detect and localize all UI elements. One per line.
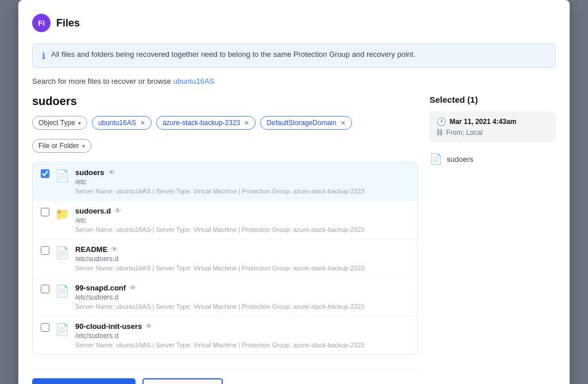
- file-name-row: README 👁: [75, 245, 409, 254]
- selected-file-icon: 📄: [430, 153, 442, 165]
- file-name: 99-snapd.conf: [75, 284, 126, 292]
- from-row: ⛓ From: Local: [436, 129, 549, 137]
- file-details-readme: README 👁 /etc/sudoers.d Server Name: ubu…: [75, 245, 409, 271]
- info-banner: ℹ All files and folders being recovered …: [32, 44, 556, 68]
- filter-object-type-label: Object Type: [38, 119, 75, 127]
- file-icon: 📄: [55, 246, 69, 259]
- selected-file-name: sudoers: [447, 155, 473, 164]
- filter-default-storage-domain[interactable]: DefaultStorageDomain ✕: [260, 116, 351, 130]
- file-icon: 📄: [55, 323, 69, 336]
- filter-storage-domain-label: DefaultStorageDomain: [266, 119, 336, 127]
- filter-storage-domain-close-icon[interactable]: ✕: [341, 119, 346, 127]
- dropdown-arrow-2-icon: ▾: [82, 143, 85, 149]
- file-meta: Server Name: ubuntu16AS | Server Type: V…: [75, 188, 409, 195]
- clock-icon: 🕐: [436, 117, 446, 126]
- file-meta: Server Name: ubuntu16AS | Server Type: V…: [75, 342, 409, 348]
- link-icon: ⛓: [436, 129, 443, 137]
- file-name-row: 90-cloud-init-users 👁: [75, 322, 409, 331]
- filter-ubuntu16as-label: ubuntu16AS: [98, 119, 136, 127]
- file-meta: Server Name: ubuntu16AS | Server Type: V…: [75, 265, 409, 271]
- filter-file-or-folder[interactable]: File or Folder ▾: [32, 139, 91, 153]
- file-path: /etc/sudoers.d: [75, 332, 409, 340]
- file-list: 📄 sudoers 👁 /etc Server Name: ubuntu16AS…: [32, 162, 418, 355]
- search-line: Search for more files to recover or brow…: [32, 77, 556, 86]
- folder-icon: 📁: [55, 207, 69, 221]
- file-details-sudoers-d: sudoers.d 👁 /etc Server Name: ubuntu16AS…: [75, 207, 409, 233]
- file-details-90-cloud: 90-cloud-init-users 👁 /etc/sudoers.d Ser…: [75, 322, 409, 348]
- file-name-row: sudoers 👁: [75, 168, 409, 177]
- footer-buttons: Next: Recover Options Download Files: [32, 369, 418, 384]
- file-icon: 📄: [55, 284, 69, 298]
- selected-header: Selected (1): [430, 95, 556, 104]
- file-path: /etc/sudoers.d: [75, 293, 409, 301]
- eye-icon[interactable]: 👁: [129, 284, 137, 292]
- filter-azure-stack-backup[interactable]: azure-stack-backup-2323 ✕: [156, 116, 256, 130]
- file-name: sudoers: [75, 168, 105, 177]
- filters-bar: Object Type ▾ ubuntu16AS ✕ azure-stack-b…: [32, 116, 418, 130]
- filter-object-type[interactable]: Object Type ▾: [32, 116, 87, 130]
- file-meta: Server Name: ubuntu16AS | Server Type: V…: [75, 303, 409, 310]
- file-path: /etc: [75, 216, 409, 224]
- eye-icon[interactable]: 👁: [108, 168, 115, 177]
- browse-link[interactable]: ubuntu16AS: [173, 77, 215, 86]
- file-details-sudoers: sudoers 👁 /etc Server Name: ubuntu16AS |…: [75, 168, 409, 195]
- file-name-row: 99-snapd.conf 👁: [75, 284, 409, 292]
- checkbox-sudoers-d[interactable]: [41, 208, 49, 218]
- section-title: sudoers: [32, 95, 418, 108]
- table-row: 📄 99-snapd.conf 👁 /etc/sudoers.d Server …: [33, 278, 417, 316]
- next-recover-button[interactable]: Next: Recover Options: [32, 378, 136, 384]
- from-label: From: Local: [446, 129, 482, 137]
- table-row: 📄 sudoers 👁 /etc Server Name: ubuntu16AS…: [33, 162, 417, 201]
- file-icon: 📄: [55, 169, 69, 183]
- filter-ubuntu16as-close-icon[interactable]: ✕: [140, 119, 145, 127]
- filters-bar-2: File or Folder ▾: [32, 139, 418, 153]
- info-icon: ℹ: [42, 51, 45, 61]
- filter-azure-stack-close-icon[interactable]: ✕: [244, 119, 249, 127]
- filter-ubuntu16as[interactable]: ubuntu16AS ✕: [92, 116, 152, 130]
- content-area: sudoers Object Type ▾ ubuntu16AS ✕ azure…: [32, 95, 556, 384]
- eye-icon[interactable]: 👁: [145, 322, 153, 331]
- avatar: Fi: [32, 14, 51, 32]
- download-files-button[interactable]: Download Files: [142, 378, 222, 384]
- recovery-point-date: Mar 11, 2021 4:43am: [450, 118, 516, 126]
- checkbox-sudoers[interactable]: [41, 169, 49, 180]
- file-path: /etc/sudoers.d: [75, 255, 409, 263]
- table-row: 📁 sudoers.d 👁 /etc Server Name: ubuntu16…: [33, 201, 417, 239]
- file-name: README: [75, 245, 107, 254]
- recovery-point-row: 🕐 Mar 11, 2021 4:43am: [436, 117, 549, 126]
- filter-file-folder-label: File or Folder: [38, 142, 79, 150]
- eye-icon[interactable]: 👁: [111, 245, 118, 254]
- main-panel: sudoers Object Type ▾ ubuntu16AS ✕ azure…: [32, 95, 418, 384]
- checkbox-readme[interactable]: [41, 246, 49, 257]
- banner-text: All files and folders being recovered to…: [51, 50, 416, 59]
- modal-title: Files: [56, 17, 80, 29]
- right-panel: Selected (1) 🕐 Mar 11, 2021 4:43am ⛓ Fro…: [430, 95, 556, 384]
- file-name: sudoers.d: [75, 207, 111, 215]
- file-details-99-snapd: 99-snapd.conf 👁 /etc/sudoers.d Server Na…: [75, 284, 409, 310]
- file-name-row: sudoers.d 👁: [75, 207, 409, 215]
- files-modal: Fi Files ℹ All files and folders being r…: [18, 0, 570, 384]
- file-meta: Server Name: ubuntu16AS | Server Type: V…: [75, 226, 409, 233]
- dropdown-arrow-icon: ▾: [78, 120, 81, 126]
- filter-azure-stack-label: azure-stack-backup-2323: [163, 119, 240, 127]
- file-path: /etc: [75, 178, 409, 186]
- checkbox-99-snapd[interactable]: [41, 285, 49, 295]
- modal-header: Fi Files: [32, 14, 556, 32]
- table-row: 📄 README 👁 /etc/sudoers.d Server Name: u…: [33, 239, 417, 278]
- file-name: 90-cloud-init-users: [75, 322, 142, 331]
- table-row: 📄 90-cloud-init-users 👁 /etc/sudoers.d S…: [33, 316, 417, 354]
- eye-icon[interactable]: 👁: [114, 207, 122, 215]
- search-prefix: Search for more files to recover or brow…: [32, 77, 171, 86]
- checkbox-90-cloud[interactable]: [41, 323, 49, 333]
- recovery-point-card: 🕐 Mar 11, 2021 4:43am ⛓ From: Local: [430, 111, 556, 142]
- selected-file-item: 📄 sudoers: [430, 149, 556, 169]
